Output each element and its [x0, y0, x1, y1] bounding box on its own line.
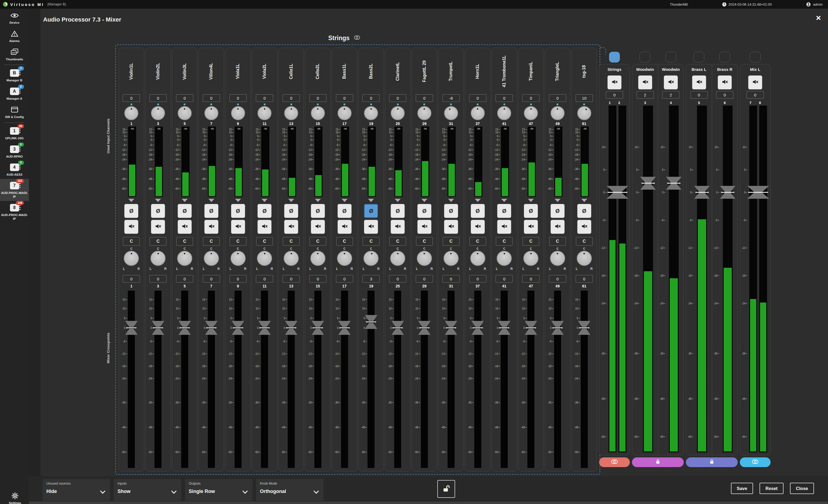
- crosspoint-gain-value[interactable]: 0: [496, 275, 513, 283]
- center-button[interactable]: C: [523, 237, 539, 246]
- fader-handle[interactable]: [747, 186, 769, 199]
- pan-control[interactable]: CLR: [305, 247, 330, 273]
- center-button[interactable]: C: [123, 237, 140, 246]
- input-gain-knob[interactable]: [284, 106, 298, 120]
- meter-collapse-icon[interactable]: [581, 199, 587, 202]
- sidebar-item-aud-proc-madi-ip-7[interactable]: 7102AUD-PROC-MADI-IP: [0, 179, 29, 201]
- pan-knob[interactable]: [497, 251, 512, 266]
- input-gain-value[interactable]: 0: [149, 94, 167, 102]
- input-gain-knob[interactable]: [444, 106, 458, 120]
- input-gain-knob[interactable]: [471, 106, 485, 120]
- center-button[interactable]: C: [469, 237, 486, 246]
- fader-handle[interactable]: [205, 321, 217, 335]
- input-gain-value[interactable]: 0: [522, 94, 539, 102]
- input-gain-knob[interactable]: [577, 106, 591, 120]
- input-gain-value[interactable]: 0: [309, 94, 327, 102]
- output-select-tab[interactable]: [609, 52, 620, 62]
- sidebar-item-alarms[interactable]: Alarms: [0, 27, 29, 45]
- phase-button[interactable]: Ø: [338, 204, 351, 218]
- phase-button[interactable]: Ø: [391, 204, 405, 218]
- pan-control[interactable]: CLR: [146, 247, 171, 273]
- input-gain-knob[interactable]: [311, 106, 325, 120]
- input-gain-knob[interactable]: [338, 106, 351, 120]
- layout-lock-button[interactable]: [437, 480, 455, 498]
- pan-knob[interactable]: [550, 251, 565, 266]
- crosspoint-gain-value[interactable]: 0: [256, 275, 273, 283]
- fader-handle[interactable]: [312, 321, 324, 335]
- input-gain-knob[interactable]: [417, 106, 431, 120]
- pan-control[interactable]: CLR: [332, 247, 357, 273]
- crosspoint-gain-value[interactable]: 0: [416, 275, 433, 283]
- mute-button[interactable]: [444, 220, 458, 234]
- pan-control[interactable]: CLR: [545, 247, 570, 273]
- dropdown-unused-sources[interactable]: Unused sourcesHide: [43, 479, 110, 501]
- pan-knob[interactable]: [257, 251, 272, 266]
- center-button[interactable]: C: [283, 237, 299, 246]
- input-gain-value[interactable]: 0: [336, 94, 353, 102]
- output-gain-value[interactable]: 0: [716, 91, 733, 99]
- pan-knob[interactable]: [577, 251, 592, 266]
- output-select-tab[interactable]: [639, 52, 650, 62]
- pan-control[interactable]: CLR: [252, 247, 277, 273]
- input-gain-value[interactable]: 0: [283, 94, 300, 102]
- phase-button[interactable]: Ø: [364, 204, 378, 218]
- mute-button[interactable]: [550, 220, 565, 234]
- crosspoint-gain-value[interactable]: 0: [336, 275, 353, 283]
- mute-button[interactable]: [284, 220, 298, 234]
- fader-handle[interactable]: [125, 321, 137, 335]
- input-gain-knob[interactable]: [550, 106, 565, 120]
- fader-handle[interactable]: [551, 321, 564, 335]
- pan-control[interactable]: CLR: [465, 247, 490, 273]
- center-button[interactable]: C: [336, 237, 353, 246]
- fader-handle[interactable]: [338, 321, 351, 335]
- dropdown-knob-mode[interactable]: Knob ModeOrthogonal: [256, 479, 324, 501]
- sidebar-item-aud-proc-madi-ip-8[interactable]: 8148AUD-PROC-MADI-IP: [0, 201, 29, 223]
- crosspoint-gain-value[interactable]: 0: [443, 275, 460, 283]
- phase-button[interactable]: Ø: [284, 204, 298, 218]
- crosspoint-gain-value[interactable]: 0: [203, 275, 220, 283]
- output-gain-value[interactable]: 0: [691, 91, 708, 99]
- input-gain-value[interactable]: 0: [362, 94, 380, 102]
- mute-button[interactable]: [497, 220, 511, 234]
- pan-control[interactable]: CLR: [412, 247, 437, 273]
- mute-button[interactable]: [417, 220, 431, 234]
- output-gain-value[interactable]: 2: [662, 91, 679, 99]
- pan-control[interactable]: CLR: [385, 247, 410, 273]
- pan-control[interactable]: CLR: [359, 247, 384, 273]
- input-gain-value[interactable]: 0: [176, 94, 193, 102]
- output-gain-value[interactable]: 0: [606, 91, 623, 99]
- fader-handle[interactable]: [471, 321, 484, 335]
- pan-knob[interactable]: [523, 251, 538, 266]
- center-button[interactable]: C: [230, 237, 246, 246]
- input-gain-value[interactable]: 0: [230, 94, 247, 102]
- input-gain-value[interactable]: 10: [576, 94, 593, 102]
- mute-button[interactable]: [471, 220, 485, 234]
- meter-collapse-icon[interactable]: [208, 199, 214, 202]
- center-button[interactable]: C: [309, 237, 326, 246]
- output-mute-button[interactable]: [748, 76, 762, 89]
- output-gain-value[interactable]: 0: [747, 91, 764, 99]
- pan-control[interactable]: CLR: [225, 247, 250, 273]
- center-button[interactable]: C: [363, 237, 379, 246]
- meter-collapse-icon[interactable]: [128, 199, 134, 202]
- input-gain-knob[interactable]: [524, 106, 538, 120]
- output-mute-button[interactable]: [664, 76, 678, 89]
- meter-collapse-icon[interactable]: [288, 199, 294, 202]
- meter-collapse-icon[interactable]: [554, 199, 561, 202]
- mute-button[interactable]: [178, 220, 192, 234]
- dropdown-inputs[interactable]: InputsShow: [114, 479, 181, 501]
- output-mute-button[interactable]: [692, 76, 706, 89]
- mute-button[interactable]: [338, 220, 351, 234]
- output-mute-button[interactable]: [608, 76, 621, 89]
- mute-button[interactable]: [257, 220, 272, 234]
- crosspoint-gain-value[interactable]: 0: [309, 275, 327, 283]
- crosspoint-gain-value[interactable]: 0: [176, 275, 193, 283]
- fader-handle[interactable]: [606, 186, 628, 199]
- output-gain-value[interactable]: 2: [636, 91, 654, 99]
- mute-button[interactable]: [391, 220, 405, 234]
- meter-collapse-icon[interactable]: [315, 199, 321, 202]
- center-button[interactable]: C: [576, 237, 593, 246]
- phase-button[interactable]: Ø: [497, 204, 511, 218]
- output-mute-button[interactable]: [638, 76, 652, 89]
- input-gain-value[interactable]: 0: [123, 94, 140, 102]
